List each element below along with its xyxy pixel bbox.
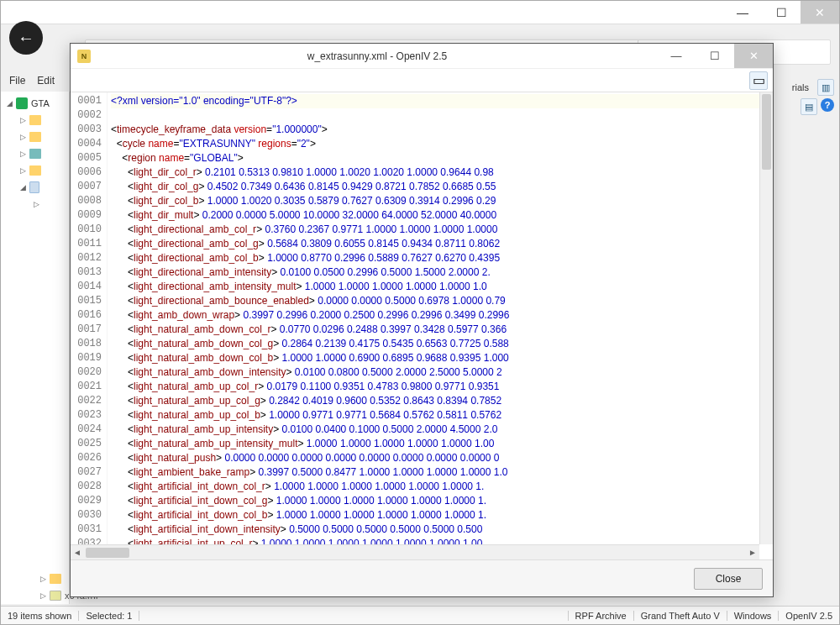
code-line[interactable]: <light_natural_amb_up_col_b> 1.0000 0.97… bbox=[111, 408, 773, 423]
inner-maximize-button[interactable]: ☐ bbox=[696, 44, 734, 68]
code-line[interactable]: <light_directional_amb_col_g> 0.5684 0.3… bbox=[111, 237, 773, 251]
tree-item[interactable]: ▷ bbox=[1, 112, 69, 129]
code-line[interactable]: <light_directional_amb_intensity> 0.0100… bbox=[111, 265, 773, 280]
scroll-right-icon[interactable]: ► bbox=[746, 548, 759, 557]
code-line[interactable]: <light_natural_amb_down_col_b> 1.0000 1.… bbox=[111, 351, 773, 365]
layout-toggle-button[interactable]: ▤ bbox=[801, 98, 817, 115]
inner-toolbar: ▭ bbox=[71, 69, 773, 92]
horizontal-scrollbar[interactable]: ◄ ► bbox=[71, 544, 759, 559]
tree-root-label: GTA bbox=[31, 98, 50, 108]
code-line[interactable]: <light_natural_push> 0.0000 0.0000 0.000… bbox=[111, 451, 773, 465]
screen-icon: ▭ bbox=[753, 72, 765, 88]
tree-root[interactable]: ◢GTA bbox=[1, 95, 69, 112]
fullscreen-toggle-button[interactable]: ▭ bbox=[749, 71, 768, 90]
status-os: Windows bbox=[727, 611, 779, 621]
code-line[interactable]: <light_artificial_int_down_col_b> 1.0000… bbox=[111, 508, 773, 523]
folder-icon bbox=[29, 132, 41, 142]
inner-minimize-button[interactable]: — bbox=[657, 44, 696, 68]
inner-title: w_extrasunny.xml - OpenIV 2.5 bbox=[97, 50, 657, 62]
chevron-right-icon: ▷ bbox=[19, 166, 26, 175]
code-line[interactable]: <light_amb_down_wrap> 0.3997 0.2996 0.20… bbox=[111, 308, 773, 323]
chevron-down-icon: ◢ bbox=[6, 99, 13, 108]
scrollbar-thumb[interactable] bbox=[86, 548, 129, 558]
arrow-left-icon: ← bbox=[18, 29, 34, 48]
code-line[interactable]: <light_directional_amb_col_r> 0.3760 0.2… bbox=[111, 223, 773, 237]
status-game: Grand Theft Auto V bbox=[633, 611, 727, 621]
view-mode-button[interactable]: ▥ bbox=[817, 79, 834, 96]
file-type-icon: N bbox=[77, 50, 91, 63]
code-line[interactable]: <light_directional_amb_col_b> 1.0000 0.8… bbox=[111, 251, 773, 265]
tree-item[interactable]: ▷ bbox=[1, 145, 69, 162]
vertical-scrollbar[interactable] bbox=[759, 92, 773, 544]
code-editor[interactable]: 0001 0002 0003 0004 0005 0006 0007 0008 … bbox=[71, 92, 773, 559]
status-rpf: RPF Archive bbox=[568, 611, 633, 621]
code-line[interactable]: <region name="GLOBAL"> bbox=[111, 151, 773, 165]
code-line[interactable]: <light_ambient_bake_ramp> 0.3997 0.5000 … bbox=[111, 465, 773, 480]
code-line[interactable]: <light_directional_amb_bounce_enabled> 0… bbox=[111, 294, 773, 308]
code-line[interactable]: <light_dir_mult> 0.2000 0.0000 5.0000 10… bbox=[111, 208, 773, 223]
status-app: OpenIV 2.5 bbox=[778, 611, 839, 621]
grid-icon: ▥ bbox=[822, 82, 830, 93]
code-content[interactable]: <?xml version="1.0" encoding="UTF-8"?><t… bbox=[108, 92, 773, 559]
code-line[interactable]: <light_natural_amb_up_intensity_mult> 1.… bbox=[111, 437, 773, 451]
line-number-gutter: 0001 0002 0003 0004 0005 0006 0007 0008 … bbox=[71, 92, 108, 559]
code-line[interactable]: <light_dir_col_r> 0.2101 0.5313 0.9810 1… bbox=[111, 165, 773, 180]
game-icon bbox=[16, 97, 28, 109]
disk-icon bbox=[29, 149, 41, 159]
outer-close-button[interactable]: ✕ bbox=[801, 1, 839, 24]
outer-right-tools: rials ▥ bbox=[780, 75, 834, 100]
close-button[interactable]: Close bbox=[694, 568, 763, 590]
status-bar: 19 items shown Selected: 1 RPF Archive G… bbox=[1, 606, 839, 624]
chevron-right-icon: ▷ bbox=[39, 575, 46, 583]
outer-help-row: ▤ ? bbox=[801, 98, 834, 115]
outer-titlebar: — ☐ ✕ bbox=[1, 1, 839, 24]
code-line[interactable]: <light_artificial_int_down_col_g> 1.0000… bbox=[111, 494, 773, 508]
tree-item[interactable]: ▷ bbox=[1, 129, 69, 145]
xml-viewer-window: N w_extrasunny.xml - OpenIV 2.5 — ☐ ✕ ▭ … bbox=[70, 43, 774, 597]
inner-close-button[interactable]: ✕ bbox=[734, 44, 773, 68]
code-line[interactable]: <light_directional_amb_intensity_mult> 1… bbox=[111, 280, 773, 294]
rpf-icon bbox=[50, 591, 61, 601]
doc-icon bbox=[29, 181, 39, 193]
menu-file[interactable]: File bbox=[9, 75, 25, 87]
code-line[interactable]: <light_natural_amb_down_intensity> 0.010… bbox=[111, 365, 773, 380]
menu-edit[interactable]: Edit bbox=[37, 75, 55, 87]
code-line[interactable]: <timecycle_keyframe_data version="1.0000… bbox=[111, 123, 773, 137]
code-line[interactable]: <cycle name="EXTRASUNNY" regions="2"> bbox=[111, 137, 773, 151]
code-line[interactable]: <light_artificial_int_down_intensity> 0.… bbox=[111, 523, 773, 537]
code-line[interactable]: <light_natural_amb_up_intensity> 0.0100 … bbox=[111, 423, 773, 437]
scroll-left-icon[interactable]: ◄ bbox=[71, 548, 84, 557]
folder-icon bbox=[29, 165, 41, 176]
chevron-right-icon: ▷ bbox=[33, 200, 39, 208]
tree-item[interactable]: ◢ bbox=[1, 179, 69, 196]
code-line[interactable] bbox=[111, 108, 773, 123]
inner-titlebar[interactable]: N w_extrasunny.xml - OpenIV 2.5 — ☐ ✕ bbox=[71, 44, 773, 69]
outer-window: — ☐ ✕ ← File Edit rials ▥ ▤ ? ◢GTA ▷ ▷ ▷… bbox=[0, 0, 840, 625]
folder-tree[interactable]: ◢GTA ▷ ▷ ▷ ▷ ◢ ▷ bbox=[1, 92, 70, 604]
layout-icon: ▤ bbox=[805, 102, 813, 113]
tree-item[interactable]: ▷ bbox=[1, 162, 69, 179]
code-line[interactable]: <light_natural_amb_up_col_r> 0.0179 0.11… bbox=[111, 380, 773, 394]
chevron-right-icon: ▷ bbox=[19, 150, 26, 158]
code-line[interactable]: <light_natural_amb_down_col_g> 0.2864 0.… bbox=[111, 337, 773, 351]
icon-letter: N bbox=[81, 52, 87, 60]
back-button[interactable]: ← bbox=[9, 21, 43, 55]
help-button[interactable]: ? bbox=[821, 98, 834, 112]
chevron-right-icon: ▷ bbox=[19, 133, 26, 141]
code-line[interactable]: <light_natural_amb_down_col_r> 0.0770 0.… bbox=[111, 323, 773, 337]
code-line[interactable]: <light_artificial_int_down_col_r> 1.0000… bbox=[111, 480, 773, 494]
scrollbar-thumb[interactable] bbox=[762, 94, 771, 170]
folder-icon bbox=[50, 574, 61, 584]
code-line[interactable]: <light_dir_col_g> 0.4502 0.7349 0.6436 0… bbox=[111, 180, 773, 194]
tree-item[interactable]: ▷ bbox=[1, 196, 69, 213]
outer-minimize-button[interactable]: — bbox=[723, 1, 762, 24]
outer-maximize-button[interactable]: ☐ bbox=[762, 1, 801, 24]
right-tab-label: rials bbox=[792, 82, 809, 92]
code-line[interactable]: <light_dir_col_b> 1.0000 1.0020 0.3035 0… bbox=[111, 194, 773, 208]
folder-icon bbox=[29, 115, 41, 125]
chevron-down-icon: ◢ bbox=[19, 183, 26, 192]
code-line[interactable]: <?xml version="1.0" encoding="UTF-8"?> bbox=[111, 94, 773, 108]
inner-footer: Close bbox=[71, 559, 773, 596]
outer-menubar: File Edit bbox=[9, 75, 55, 87]
code-line[interactable]: <light_natural_amb_up_col_g> 0.2842 0.40… bbox=[111, 394, 773, 408]
